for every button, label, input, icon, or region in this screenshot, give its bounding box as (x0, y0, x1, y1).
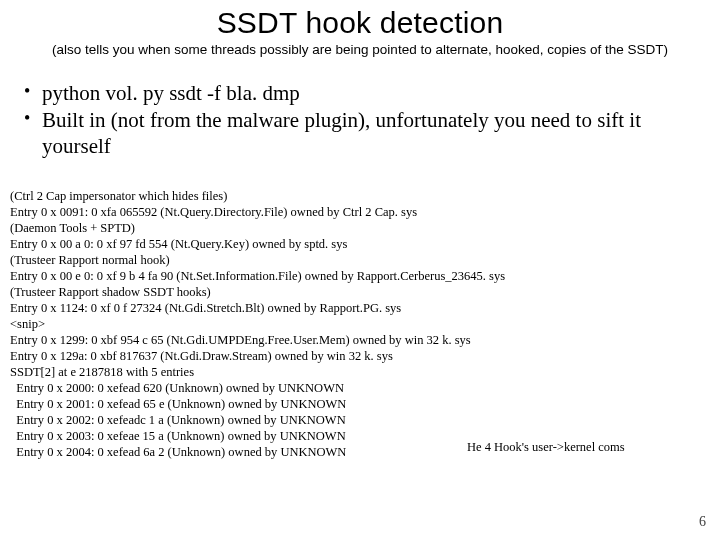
code-line: (Daemon Tools + SPTD) (10, 221, 135, 235)
bullet-item: Built in (not from the malware plugin), … (24, 108, 690, 159)
code-line: Entry 0 x 0091: 0 xfa 065592 (Nt.Query.D… (10, 205, 417, 219)
code-block: (Ctrl 2 Cap impersonator which hides fil… (10, 188, 720, 460)
code-line: (Trusteer Rapport shadow SSDT hooks) (10, 285, 211, 299)
annotation-label: He 4 Hook's user->kernel coms (467, 440, 625, 455)
slide-title: SSDT hook detection (0, 0, 720, 40)
code-line: <snip> (10, 317, 45, 331)
code-line: Entry 0 x 2000: 0 xefead 620 (Unknown) o… (10, 381, 344, 395)
code-line: Entry 0 x 00 e 0: 0 xf 9 b 4 fa 90 (Nt.S… (10, 269, 505, 283)
slide-subtitle: (also tells you when some threads possib… (18, 42, 702, 59)
bullet-item: python vol. py ssdt -f bla. dmp (24, 81, 690, 107)
code-line: SSDT[2] at e 2187818 with 5 entries (10, 365, 194, 379)
code-line: Entry 0 x 2001: 0 xefead 65 e (Unknown) … (10, 397, 346, 411)
code-line: Entry 0 x 2004: 0 xefead 6a 2 (Unknown) … (10, 445, 346, 459)
code-line: Entry 0 x 129a: 0 xbf 817637 (Nt.Gdi.Dra… (10, 349, 393, 363)
code-line: (Ctrl 2 Cap impersonator which hides fil… (10, 189, 227, 203)
code-line: Entry 0 x 2002: 0 xefeadc 1 a (Unknown) … (10, 413, 346, 427)
bullet-text: python vol. py ssdt -f bla. dmp (42, 81, 300, 105)
code-line: Entry 0 x 2003: 0 xefeae 15 a (Unknown) … (10, 429, 346, 443)
bullet-list: python vol. py ssdt -f bla. dmp Built in… (24, 81, 720, 160)
code-line: Entry 0 x 1124: 0 xf 0 f 27324 (Nt.Gdi.S… (10, 301, 401, 315)
code-line: Entry 0 x 00 a 0: 0 xf 97 fd 554 (Nt.Que… (10, 237, 347, 251)
code-line: Entry 0 x 1299: 0 xbf 954 c 65 (Nt.Gdi.U… (10, 333, 471, 347)
bullet-text: Built in (not from the malware plugin), … (42, 108, 641, 158)
slide: SSDT hook detection (also tells you when… (0, 0, 720, 540)
code-line: (Trusteer Rapport normal hook) (10, 253, 170, 267)
page-number: 6 (699, 514, 706, 530)
